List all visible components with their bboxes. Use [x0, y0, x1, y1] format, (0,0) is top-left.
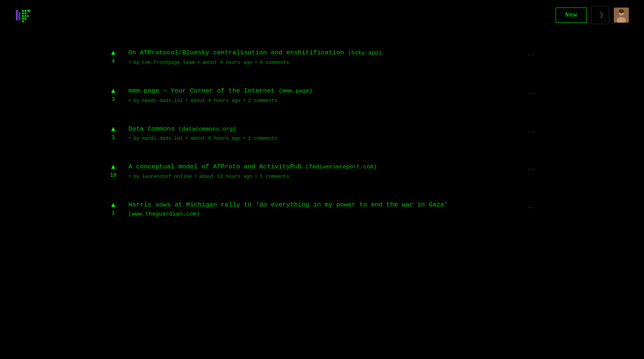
- feed-item: ▲ 10 A conceptual model of ATProto and A…: [106, 152, 538, 190]
- item-meta: • by tom.frontpage.team • about 4 hours …: [128, 60, 517, 65]
- vote-section: ▲ 1: [106, 200, 121, 216]
- svg-rect-0: [16, 10, 18, 20]
- item-author[interactable]: nandi.dads.lol: [142, 98, 183, 103]
- svg-rect-5: [22, 12, 24, 14]
- feed-item: ▲ 1 Harris vows at Michigan rally to 'do…: [106, 190, 538, 231]
- upvote-button[interactable]: ▲: [108, 125, 119, 133]
- item-title: On ATProtocol/Bluesky centralisation and…: [128, 48, 517, 57]
- header: New ☽: [0, 0, 644, 30]
- item-time: about 13 hours ago: [199, 174, 252, 179]
- item-comments[interactable]: 1 comments: [248, 136, 277, 141]
- theme-toggle-button[interactable]: ☽: [591, 6, 609, 24]
- svg-rect-10: [22, 18, 24, 20]
- item-time: about 6 hours ago: [190, 136, 240, 141]
- svg-rect-12: [22, 20, 24, 22]
- svg-rect-11: [25, 18, 26, 20]
- item-comments[interactable]: 0 comments: [260, 60, 289, 65]
- svg-rect-4: [27, 10, 30, 12]
- item-dot: •: [128, 136, 131, 141]
- item-title-link[interactable]: On ATProtocol/Bluesky centralisation and…: [128, 49, 344, 56]
- item-content: Data Commons (datacommons.org) • by nand…: [128, 125, 517, 142]
- upvote-button[interactable]: ▲: [108, 200, 119, 209]
- vote-count: 3: [109, 134, 117, 140]
- svg-rect-8: [25, 15, 26, 17]
- moon-icon: ☽: [597, 11, 604, 20]
- item-dot: •: [185, 98, 188, 103]
- item-content: On ATProtocol/Bluesky centralisation and…: [128, 48, 517, 65]
- item-meta: • by nandi.dads.lol • about 4 hours ago …: [128, 98, 517, 103]
- new-button[interactable]: New: [556, 8, 587, 23]
- header-right: New ☽: [556, 6, 629, 24]
- item-title: Harris vows at Michigan rally to 'do eve…: [128, 200, 517, 219]
- item-content: A conceptual model of ATProto and Activi…: [128, 162, 517, 179]
- item-domain: (bsky.app): [348, 50, 382, 56]
- item-dot: •: [128, 174, 131, 179]
- item-dot: •: [197, 60, 200, 65]
- item-domain: (datacommons.org): [179, 126, 236, 133]
- vote-section: ▲ 10: [106, 162, 121, 178]
- item-dot: •: [128, 98, 131, 103]
- vote-count: 3: [109, 96, 117, 102]
- item-content: Harris vows at Michigan rally to 'do eve…: [128, 200, 517, 221]
- vote-count: 4: [109, 58, 117, 64]
- more-options-button[interactable]: ···: [524, 51, 538, 59]
- svg-rect-3: [25, 10, 26, 12]
- avatar-button[interactable]: [614, 8, 629, 23]
- item-dot: •: [128, 60, 131, 65]
- item-meta: • by nandi.dads.lol • about 6 hours ago …: [128, 136, 517, 141]
- upvote-button[interactable]: ▲: [108, 48, 119, 57]
- upvote-button[interactable]: ▲: [108, 86, 119, 95]
- item-author[interactable]: nandi.dads.lol: [142, 136, 183, 141]
- more-options-button[interactable]: ···: [524, 203, 538, 211]
- vote-section: ▲ 4: [106, 48, 121, 64]
- item-by-label: by: [134, 98, 140, 103]
- item-domain: (fediversereport.com): [305, 164, 377, 170]
- feed-item: ▲ 3 mmm.page — Your Corner of the Intern…: [106, 76, 538, 114]
- vote-count: 1: [109, 210, 117, 216]
- main-content: ▲ 4 On ATProtocol/Bluesky centralisation…: [0, 0, 644, 231]
- vote-count: 10: [109, 172, 117, 178]
- logo-icon: [15, 7, 32, 23]
- item-title: A conceptual model of ATProto and Activi…: [128, 162, 517, 171]
- item-title-link[interactable]: mmm.page — Your Corner of the Internet: [128, 87, 275, 94]
- item-time: about 4 hours ago: [202, 60, 253, 65]
- feed-item: ▲ 3 Data Commons (datacommons.org) • by …: [106, 114, 538, 152]
- svg-rect-9: [27, 15, 29, 17]
- more-options-button[interactable]: ···: [524, 89, 538, 97]
- svg-rect-7: [22, 15, 24, 17]
- item-comments[interactable]: 2 comments: [248, 98, 277, 103]
- more-options-button[interactable]: ···: [524, 128, 538, 136]
- item-domain: (mmm.page): [279, 88, 313, 94]
- item-dot: •: [254, 60, 257, 65]
- item-by-label: by: [134, 136, 140, 141]
- logo: [15, 7, 32, 23]
- item-dot: •: [185, 136, 188, 141]
- item-by-label: by: [134, 60, 140, 65]
- item-dot: •: [194, 174, 197, 179]
- item-title-link[interactable]: A conceptual model of ATProto and Activi…: [128, 163, 302, 170]
- svg-rect-1: [18, 12, 20, 20]
- item-author[interactable]: laurenshof.online: [142, 174, 192, 179]
- item-dot: •: [243, 136, 246, 141]
- avatar-icon: [614, 8, 629, 23]
- vote-section: ▲ 3: [106, 86, 121, 102]
- item-domain: (www.theguardian.com): [128, 211, 200, 217]
- upvote-button[interactable]: ▲: [108, 162, 119, 171]
- more-options-button[interactable]: ···: [524, 165, 538, 173]
- item-title: mmm.page — Your Corner of the Internet (…: [128, 86, 517, 96]
- item-comments[interactable]: 1 comments: [260, 174, 289, 179]
- item-author[interactable]: tom.frontpage.team: [142, 60, 194, 65]
- item-time: about 4 hours ago: [190, 98, 240, 103]
- feed-item: ▲ 4 On ATProtocol/Bluesky centralisation…: [106, 38, 538, 76]
- item-dot: •: [243, 98, 246, 103]
- item-title-link[interactable]: Data Commons: [128, 125, 174, 133]
- item-title-link[interactable]: Harris vows at Michigan rally to 'do eve…: [128, 201, 448, 208]
- svg-rect-2: [22, 10, 24, 12]
- item-title: Data Commons (datacommons.org): [128, 125, 517, 134]
- item-by-label: by: [134, 174, 140, 179]
- feed-container: ▲ 4 On ATProtocol/Bluesky centralisation…: [106, 38, 538, 231]
- svg-rect-6: [25, 12, 26, 14]
- vote-section: ▲ 3: [106, 125, 121, 140]
- item-dot: •: [254, 174, 257, 179]
- item-meta: • by laurenshof.online • about 13 hours …: [128, 174, 517, 179]
